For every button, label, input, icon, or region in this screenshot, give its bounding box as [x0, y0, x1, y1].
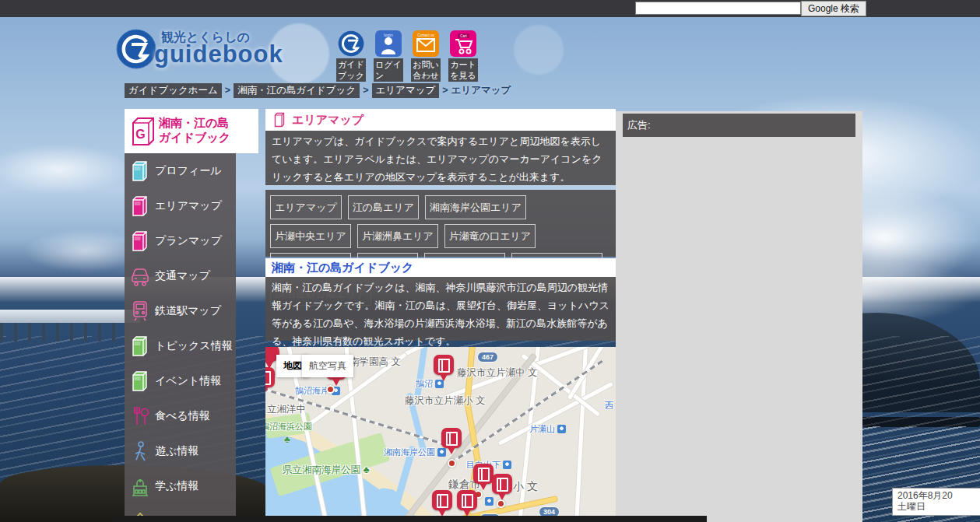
sidebar-item-label: イベント情報	[155, 374, 221, 388]
map-marker-pin[interactable]	[265, 367, 275, 387]
ad-panel: 広告:	[616, 111, 862, 522]
guidebook-book-icon: G	[129, 116, 157, 147]
sidebar-item-label: 学ぶ情報	[155, 479, 198, 493]
map-label-sho[interactable]: 小 文	[513, 480, 538, 494]
play-person-icon	[130, 440, 150, 463]
school-icon	[130, 475, 150, 498]
map-marker-dot	[497, 499, 505, 508]
map-label-gakuenko[interactable]: 南学園高 文	[349, 356, 401, 369]
browser-viewport: Google 検索 観光とくらしの guidebook ガイドブック login…	[0, 0, 980, 522]
nav-login[interactable]: login ログイン	[373, 30, 404, 82]
area-button-shonankaigan-park[interactable]: 湘南海岸公園エリア	[425, 195, 526, 219]
map-label-kenritsu-park[interactable]: 県立湘南海岸公園 ♣	[283, 464, 370, 477]
breadcrumb: ガイドブックホーム>湘南・江の島ガイドブック>エリアマップ>エリアマップ	[125, 83, 511, 98]
sidebar-item-learn[interactable]: 学ぶ情報	[125, 468, 236, 503]
breadcrumb-separator: >	[225, 85, 230, 96]
cloud-decoration	[0, 144, 132, 194]
map-label-shonankaigankoen-station[interactable]: 湘南海岸公園	[384, 447, 446, 458]
date-widget: 2016年8月20 土曜日	[892, 488, 980, 516]
svg-text:Contact us: Contact us	[417, 33, 434, 37]
sidebar-item-trafficmap[interactable]: 交通マップ	[125, 258, 236, 293]
breadcrumb-current: エリアマップ	[451, 84, 511, 97]
map-marker-pin[interactable]	[492, 474, 512, 494]
dining-icon	[130, 405, 150, 428]
pier	[0, 310, 140, 323]
sidebar-item-planmap[interactable]: プランマップ	[125, 223, 236, 258]
top-search-bar: Google 検索	[0, 0, 980, 17]
map-label-katasechu[interactable]: 藤沢市立片瀬中 文	[457, 366, 537, 380]
sidebar-header[interactable]: G 湘南・江の島 ガイドブック	[125, 109, 258, 153]
satellite-type-button[interactable]: 航空写真	[302, 355, 353, 377]
cart-icon: Cart	[450, 30, 476, 57]
sidebar-item-areamap[interactable]: エリアマップ	[125, 188, 236, 223]
nav-contact-label: お問い	[413, 60, 439, 69]
guidebook-description: 湘南・江の島ガイドブックは、湘南、神奈川県藤沢市江の島周辺の観光情報ガイドブック…	[265, 277, 616, 341]
sidebar-title-line1: 湘南・江の島	[159, 115, 230, 130]
svg-text:G: G	[135, 128, 145, 141]
bottom-dark-strip	[113, 516, 707, 522]
sidebar-item-play[interactable]: 遊ぶ情報	[125, 433, 236, 468]
area-map-canvas[interactable]: ♣ 鵠沼 鵠沼海岸 湘南海岸公園 片瀬山 目白山下 西 南学園高 文 藤沢市立片…	[265, 347, 616, 522]
station-icon	[503, 461, 511, 469]
sidebar-item-label: プランマップ	[155, 234, 222, 248]
date-line: 2016年8月20	[897, 490, 980, 501]
station-icon	[437, 448, 446, 457]
map-label-nishi[interactable]: 西	[605, 400, 613, 412]
guidebook-section-header: 湘南・江の島ガイドブック	[265, 258, 616, 277]
sidebar-item-event[interactable]: イベント情報	[125, 363, 236, 398]
sidebar-item-label: 鉄道駅マップ	[155, 304, 221, 318]
area-button-katase-tatsunokuchi[interactable]: 片瀬竜の口エリア	[444, 224, 536, 248]
sidebar-item-label: 交通マップ	[155, 269, 210, 283]
area-button-katase-suzahana[interactable]: 片瀬洲鼻エリア	[357, 224, 438, 248]
sidebar-item-label: 遊ぶ情報	[155, 444, 198, 458]
area-button-katase-chuo[interactable]: 片瀬中央エリア	[270, 224, 351, 248]
site-logo-icon[interactable]	[116, 29, 156, 69]
map-label-katasesho[interactable]: 藤沢市立片瀬小 文	[405, 394, 485, 408]
nav-cart-label: カート	[450, 60, 476, 69]
areamap-book-icon	[130, 194, 150, 218]
map-label-kugenumakaihin-park[interactable]: 鵠沼海浜公園	[265, 421, 312, 433]
map-marker-pin[interactable]	[457, 490, 477, 510]
google-search-button[interactable]: Google 検索	[801, 1, 866, 16]
map-marker-pin[interactable]	[441, 428, 462, 448]
nav-cart[interactable]: Cart カートを見る	[448, 30, 479, 82]
train-icon	[130, 300, 150, 323]
area-button-enoshima[interactable]: 江の島エリア	[348, 195, 419, 219]
areamap-section-header: エリアマップ	[265, 109, 616, 131]
weekday-line: 土曜日	[897, 501, 980, 512]
map-marker-pin[interactable]	[434, 355, 454, 375]
sidebar-item-label: エリアマップ	[155, 199, 222, 213]
map-marker-pin[interactable]	[432, 490, 452, 510]
nav-guidebook-label: ガイド	[338, 60, 364, 69]
breadcrumb-areamap[interactable]: エリアマップ	[372, 83, 440, 98]
areamap-description: エリアマップは、ガイドブックスで案内するエリアと周辺地図を表示しています。エリア…	[265, 131, 616, 185]
breadcrumb-guidebook[interactable]: 湘南・江の島ガイドブック	[234, 83, 360, 98]
sidebar-item-topics[interactable]: トピックス情報	[125, 328, 236, 363]
sidebar-item-eat[interactable]: 食べる情報	[125, 398, 236, 433]
sidebar-item-label: 食べる情報	[155, 409, 210, 423]
nav-guidebook[interactable]: ガイドブック	[335, 30, 367, 82]
guidebook-circle-icon	[338, 30, 364, 57]
search-input[interactable]	[635, 2, 801, 15]
sidebar-item-label: プロフィール	[155, 164, 222, 178]
nav-guidebook-label2: ブック	[338, 71, 364, 80]
sidebar-item-profile[interactable]: プロフィール	[125, 153, 236, 188]
nav-login-label: ログイ	[375, 60, 402, 69]
station-icon	[557, 425, 566, 433]
sidebar-item-stationmap[interactable]: 鉄道駅マップ	[125, 293, 236, 328]
map-label-shoyochu[interactable]: 立湘洋中	[267, 403, 306, 416]
tree-icon: ♣	[284, 434, 290, 445]
guidebook-section-title: 湘南・江の島ガイドブック	[272, 261, 413, 275]
map-marker-pin[interactable]	[473, 464, 494, 484]
areamap-book-outline-icon	[273, 112, 286, 128]
nav-contact[interactable]: Contact us お問い合わせ	[410, 30, 441, 82]
map-route467-road	[465, 400, 480, 464]
breadcrumb-separator: >	[363, 85, 368, 96]
event-book-icon	[130, 370, 150, 393]
map-label-kataseyama-station[interactable]: 片瀬山	[529, 423, 566, 435]
breadcrumb-home[interactable]: ガイドブックホーム	[125, 83, 222, 98]
site-brand[interactable]: guidebook	[154, 40, 283, 68]
areamap-section-title: エリアマップ	[292, 113, 364, 128]
login-person-icon: login	[375, 30, 402, 57]
area-button-areamap[interactable]: エリアマップ	[270, 195, 342, 219]
